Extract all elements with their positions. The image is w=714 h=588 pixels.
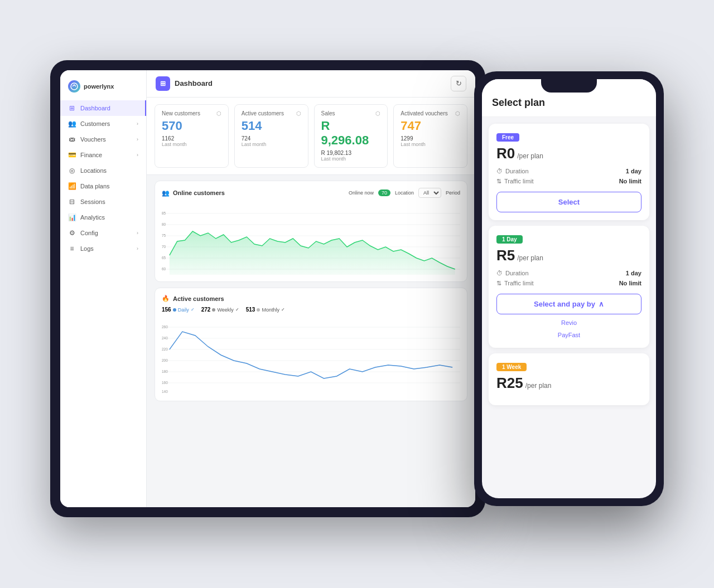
- sidebar-item-analytics[interactable]: 📊 Analytics: [60, 210, 146, 225]
- phone-title: Select plan: [492, 97, 646, 109]
- daily-label: Daily: [178, 307, 189, 313]
- sidebar-item-customers[interactable]: 👥 Customers ›: [60, 116, 146, 132]
- stat-card-new-customers: New customers ⬡ 570 1162 Last month: [155, 104, 229, 168]
- chart-title-text: Online customers: [173, 189, 225, 196]
- chart-title: 👥 Online customers: [162, 189, 225, 197]
- daily-dot: [173, 308, 176, 312]
- dataplans-icon: 📶: [68, 182, 76, 190]
- plan-price-value: R25: [496, 375, 523, 392]
- active-legend: 156 Daily ✓ 272 Weekly ✓: [162, 307, 460, 313]
- page-title: Dashboard: [175, 79, 213, 88]
- stat-title: Active customers: [242, 110, 284, 116]
- traffic-row: ⇅ Traffic limit No limit: [496, 280, 641, 287]
- sidebar-item-label: Config: [80, 230, 98, 236]
- stat-card-vouchers: Activated vouchers ⬡ 747 1299 Last month: [393, 104, 467, 168]
- online-now-label: Online now: [349, 190, 374, 196]
- sidebar-item-finance[interactable]: 💳 Finance ›: [60, 147, 146, 163]
- traffic-icon: ⇅: [496, 280, 501, 287]
- location-select[interactable]: All: [418, 188, 441, 198]
- stat-card-active-customers: Active customers ⬡ 514 724 Last month: [234, 104, 308, 168]
- clock-icon: ⏱: [496, 270, 503, 276]
- duration-row: ⏱ Duration 1 day: [496, 168, 641, 174]
- external-link-icon[interactable]: ⬡: [455, 110, 460, 116]
- sidebar-item-locations[interactable]: ◎ Locations: [60, 163, 146, 178]
- plan-badge-oneweek: 1 Week: [496, 363, 527, 371]
- plan-card-oneweek: 1 Week R25 /per plan: [489, 353, 649, 405]
- external-link-icon[interactable]: ⬡: [216, 110, 221, 116]
- stat-title: Sales: [321, 110, 335, 116]
- chevron-up-icon: ∧: [599, 300, 604, 308]
- external-link-icon[interactable]: ⬡: [375, 110, 380, 116]
- legend-weekly: 272 Weekly ✓: [201, 307, 239, 313]
- tablet-screen: powerlynx ⊞ Dashboard 👥 Customers › 🎟 Vo…: [60, 70, 475, 507]
- svg-text:75: 75: [162, 234, 166, 237]
- chart-icon: 👥: [162, 189, 170, 197]
- dashboard-title-icon: ⊞: [156, 76, 170, 91]
- svg-text:160: 160: [162, 381, 168, 385]
- chart-title: 🔥 Active customers: [162, 295, 224, 302]
- svg-point-0: [71, 83, 78, 90]
- weekly-label: Weekly: [217, 307, 233, 313]
- sidebar-item-label: Locations: [80, 167, 107, 174]
- sidebar-item-label: Vouchers: [80, 136, 106, 143]
- stat-last-label: Last month: [242, 142, 301, 147]
- stat-sub-value: R 19,802.13: [321, 150, 381, 156]
- customers-icon: 👥: [68, 120, 76, 128]
- select-pay-label: Select and pay by: [534, 300, 595, 308]
- traffic-label: ⇅ Traffic limit: [496, 178, 534, 185]
- monthly-label: Monthly: [262, 307, 279, 313]
- svg-text:70: 70: [162, 245, 166, 249]
- logo: powerlynx: [60, 77, 146, 100]
- plan-details-free: ⏱ Duration 1 day ⇅ Traffic limit No limi…: [496, 168, 641, 185]
- sidebar-item-config[interactable]: ⚙ Config ›: [60, 225, 146, 241]
- stat-title: Activated vouchers: [401, 110, 448, 116]
- vouchers-icon: 🎟: [68, 135, 76, 143]
- chart-header: 👥 Online customers Online now 70 Locatio…: [162, 188, 460, 198]
- sessions-icon: ⊟: [68, 198, 76, 206]
- duration-value: 1 day: [626, 168, 641, 174]
- svg-text:60: 60: [162, 267, 166, 271]
- traffic-icon: ⇅: [496, 178, 501, 185]
- chevron-icon: ›: [137, 121, 138, 127]
- plan-price-value: R5: [496, 247, 515, 264]
- stat-card-header: Activated vouchers ⬡: [401, 110, 460, 116]
- sidebar-item-label: Logs: [80, 245, 94, 252]
- sidebar-item-vouchers[interactable]: 🎟 Vouchers ›: [60, 132, 146, 147]
- sidebar-item-logs[interactable]: ≡ Logs ›: [60, 241, 146, 256]
- chart-controls: Online now 70 Location All Period: [349, 188, 460, 198]
- online-now-badge: 70: [378, 189, 390, 196]
- select-pay-button-oneday[interactable]: Select and pay by ∧: [496, 294, 641, 314]
- svg-text:200: 200: [162, 358, 168, 362]
- refresh-button[interactable]: ↻: [451, 76, 466, 91]
- daily-value: 156: [162, 307, 171, 313]
- logo-text: powerlynx: [84, 83, 114, 90]
- plan-card-free: Free R0 /per plan ⏱ Duration 1 day: [489, 124, 649, 220]
- phone-content: Free R0 /per plan ⏱ Duration 1 day: [482, 117, 656, 498]
- stat-value: 570: [162, 119, 221, 133]
- active-customers-chart-card: 🔥 Active customers 156 Daily ✓: [155, 288, 467, 401]
- payment-option-payfast[interactable]: PayFast: [496, 330, 641, 340]
- duration-row: ⏱ Duration 1 day: [496, 270, 641, 276]
- select-button-free[interactable]: Select: [496, 192, 641, 212]
- external-link-icon[interactable]: ⬡: [296, 110, 301, 116]
- svg-text:220: 220: [162, 347, 168, 351]
- chevron-icon: ›: [137, 230, 138, 236]
- monthly-dot: [257, 308, 260, 312]
- sidebar-item-sessions[interactable]: ⊟ Sessions: [60, 194, 146, 210]
- stat-value: 747: [401, 119, 460, 133]
- stat-value: 514: [242, 119, 301, 133]
- stat-title: New customers: [162, 110, 200, 116]
- stat-card-sales: Sales ⬡ R 9,296.08 R 19,802.13 Last mont…: [314, 104, 388, 168]
- traffic-row: ⇅ Traffic limit No limit: [496, 178, 641, 185]
- sidebar-item-dashboard[interactable]: ⊞ Dashboard: [60, 100, 146, 116]
- svg-text:140: 140: [162, 390, 168, 393]
- legend-monthly: 513 Monthly ✓: [246, 307, 285, 313]
- sidebar: powerlynx ⊞ Dashboard 👥 Customers › 🎟 Vo…: [60, 70, 147, 507]
- top-bar: ⊞ Dashboard ↻: [147, 70, 475, 98]
- svg-text:260: 260: [162, 325, 168, 329]
- weekly-dot: [212, 308, 215, 312]
- traffic-value: No limit: [619, 280, 641, 286]
- payment-option-revio[interactable]: Revio: [496, 318, 641, 328]
- stat-last-label: Last month: [162, 142, 221, 147]
- sidebar-item-dataplans[interactable]: 📶 Data plans: [60, 178, 146, 194]
